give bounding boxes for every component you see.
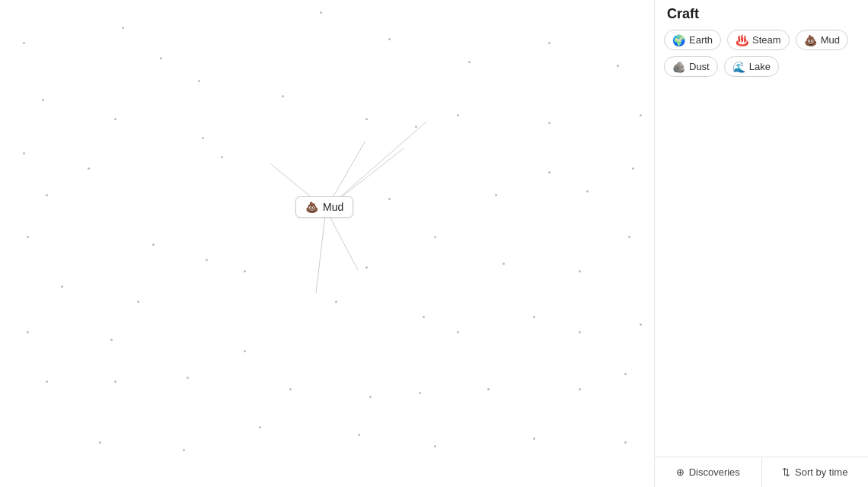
craft-chip-label-dust: Dust — [689, 61, 710, 72]
canvas-dot — [548, 122, 550, 124]
canvas-dot — [533, 316, 535, 318]
canvas-dot — [632, 167, 634, 170]
canvas-dot — [434, 445, 436, 447]
canvas-dot — [624, 441, 627, 444]
discoveries-label: Discoveries — [689, 466, 740, 478]
canvas-dot — [457, 114, 459, 116]
sort-label: Sort by time — [795, 466, 847, 478]
canvas-dot — [617, 65, 619, 67]
craft-chip-label-earth: Earth — [689, 34, 713, 46]
right-panel: Craft 🌍Earth♨️Steam💩Mud🪨Dust🌊Lake ⊕ Disc… — [655, 0, 868, 487]
craft-chip-label-steam: Steam — [752, 34, 781, 46]
canvas-dot — [320, 11, 322, 14]
canvas-dot — [423, 316, 425, 318]
mud-node[interactable]: 💩 Mud — [295, 196, 353, 218]
mud-node-label: Mud — [323, 201, 343, 213]
craft-chip-icon-steam: ♨️ — [736, 35, 748, 46]
craft-chip-earth[interactable]: 🌍Earth — [664, 30, 721, 50]
canvas-dot — [183, 449, 185, 451]
canvas-dot — [640, 323, 642, 326]
canvas-dot — [187, 377, 189, 379]
canvas-dot — [27, 331, 29, 333]
craft-chip-steam[interactable]: ♨️Steam — [727, 30, 790, 50]
discoveries-icon: ⊕ — [676, 466, 685, 478]
discoveries-button[interactable]: ⊕ Discoveries — [655, 457, 761, 487]
canvas-dot — [244, 350, 246, 352]
bottom-bar: ⊕ Discoveries ⇅ Sort by time — [655, 457, 868, 487]
craft-chip-mud[interactable]: 💩Mud — [796, 30, 848, 50]
canvas-dot — [586, 190, 589, 193]
craft-chip-icon-lake: 🌊 — [732, 62, 745, 72]
mud-node-icon: 💩 — [305, 202, 318, 212]
canvas-dot — [468, 61, 471, 63]
canvas-dot — [415, 126, 417, 128]
canvas-dot — [202, 137, 204, 139]
canvas-dot — [503, 263, 505, 265]
canvas-dot — [221, 156, 223, 158]
canvas-dot — [335, 301, 337, 303]
canvas-dot — [27, 236, 29, 238]
canvas-dot — [244, 270, 246, 272]
canvas-dot — [110, 339, 113, 341]
canvas-dot — [628, 236, 630, 238]
canvas-dot — [579, 388, 581, 390]
canvas-dot — [42, 99, 44, 101]
svg-line-4 — [316, 209, 326, 293]
canvas-dot — [206, 259, 208, 261]
craft-chip-icon-mud: 💩 — [804, 35, 817, 46]
craft-chip-label-mud: Mud — [821, 34, 840, 46]
canvas-dot — [259, 426, 261, 428]
canvas-dot — [365, 118, 368, 120]
canvas-dot — [61, 285, 63, 288]
canvas-dot — [624, 373, 627, 375]
canvas-dot — [487, 388, 490, 390]
canvas-dot — [282, 95, 284, 97]
craft-chip-label-lake: Lake — [749, 61, 771, 72]
canvas-dot — [289, 388, 292, 390]
canvas-dot — [46, 194, 48, 196]
canvas-dot — [419, 392, 421, 394]
craft-chip-lake[interactable]: 🌊Lake — [724, 56, 779, 77]
canvas-dot — [548, 171, 550, 173]
right-content — [655, 84, 868, 457]
canvas-dot — [388, 38, 391, 40]
sort-by-time-button[interactable]: ⇅ Sort by time — [761, 457, 869, 487]
svg-line-5 — [326, 209, 358, 270]
canvas-dot — [99, 441, 101, 444]
canvas-dot — [114, 380, 116, 383]
canvas-dot — [137, 301, 139, 303]
canvas-area[interactable]: 💩 Mud — [0, 0, 655, 487]
canvas-dot — [495, 194, 497, 196]
canvas-dot — [434, 236, 436, 238]
sort-icon: ⇅ — [782, 466, 790, 478]
canvas-dot — [152, 244, 155, 246]
canvas-dot — [548, 42, 550, 44]
canvas-dot — [88, 167, 90, 170]
canvas-dot — [369, 396, 372, 398]
canvas-dot — [388, 198, 391, 200]
canvas-dot — [46, 380, 48, 383]
canvas-svg — [0, 0, 654, 487]
canvas-dot — [23, 42, 25, 44]
craft-header: Craft — [655, 0, 868, 22]
canvas-dot — [640, 114, 642, 116]
canvas-dot — [358, 434, 360, 436]
craft-chip-icon-earth: 🌍 — [672, 35, 685, 46]
canvas-dot — [533, 438, 535, 440]
canvas-dot — [122, 27, 124, 29]
canvas-dot — [198, 80, 200, 82]
canvas-dot — [365, 266, 368, 269]
craft-chip-dust[interactable]: 🪨Dust — [664, 56, 718, 77]
craft-chip-icon-dust: 🪨 — [672, 62, 685, 72]
canvas-dot — [579, 270, 581, 272]
canvas-dot — [579, 331, 581, 333]
canvas-dot — [457, 331, 459, 333]
craft-items: 🌍Earth♨️Steam💩Mud🪨Dust🌊Lake — [655, 22, 868, 84]
canvas-dot — [114, 118, 116, 120]
canvas-dot — [23, 152, 25, 154]
canvas-dot — [160, 57, 162, 59]
